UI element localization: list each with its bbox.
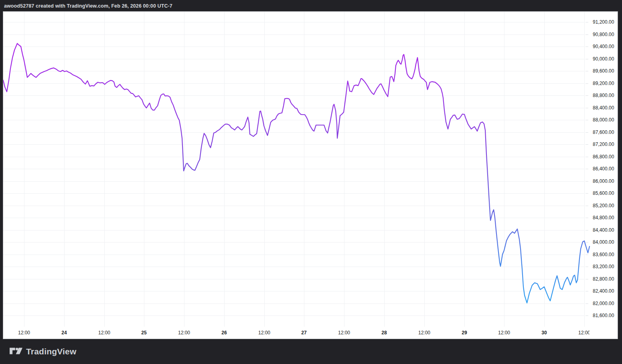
chart-panel: 91,200.0090,800.0090,400.0090,000.0089,6… <box>3 12 618 339</box>
time-axis-label: 28 <box>371 328 397 338</box>
time-axis-label: 12:00 <box>491 328 517 338</box>
time-axis-label: 12:00 <box>571 328 590 338</box>
tradingview-logo-icon <box>10 348 22 355</box>
price-axis-label: 82,400.00 <box>593 288 617 294</box>
price-axis-label: 83,600.00 <box>593 251 617 258</box>
price-axis-label: 85,200.00 <box>593 202 617 209</box>
top-attribution-bar: awood52787 created with TradingView.com,… <box>0 0 622 12</box>
price-axis-label: 87,200.00 <box>593 141 617 148</box>
price-axis-label: 86,000.00 <box>593 178 617 184</box>
price-axis[interactable]: 91,200.0090,800.0090,400.0090,000.0089,6… <box>590 12 618 339</box>
grid <box>3 12 585 327</box>
price-axis-label: 90,000.00 <box>593 56 617 62</box>
price-axis-label: 84,000.00 <box>593 239 617 245</box>
price-axis-label: 91,200.00 <box>593 19 617 25</box>
time-axis-label: 30 <box>531 328 557 338</box>
price-axis-label: 84,800.00 <box>593 214 617 221</box>
price-axis-label: 89,600.00 <box>593 68 617 74</box>
price-axis-label: 82,000.00 <box>593 300 617 307</box>
bottom-brand-bar: TradingView <box>0 339 622 364</box>
time-axis-label: 12:00 <box>331 328 357 338</box>
time-axis[interactable]: 12:002412:002512:002612:002712:002812:00… <box>3 327 590 339</box>
price-axis-label: 88,800.00 <box>593 92 617 99</box>
time-axis-label: 12:00 <box>411 328 437 338</box>
price-axis-label: 89,200.00 <box>593 80 617 87</box>
time-axis-label: 12:00 <box>251 328 277 338</box>
price-axis-label: 84,400.00 <box>593 227 617 233</box>
time-axis-label: 12:00 <box>91 328 117 338</box>
price-axis-label: 82,800.00 <box>593 276 617 282</box>
price-axis-label: 88,400.00 <box>593 105 617 111</box>
attribution-text: awood52787 created with TradingView.com,… <box>4 3 172 9</box>
price-axis-label: 86,400.00 <box>593 166 617 172</box>
tradingview-wordmark: TradingView <box>26 347 77 356</box>
tradingview-brand-link[interactable]: TradingView <box>10 347 77 356</box>
time-axis-label: 29 <box>452 328 477 338</box>
price-axis-label: 88,000.00 <box>593 117 617 123</box>
time-axis-label: 24 <box>51 328 77 338</box>
price-axis-label: 90,800.00 <box>593 31 617 38</box>
price-axis-label: 81,600.00 <box>593 312 617 319</box>
price-chart[interactable] <box>3 12 618 339</box>
price-axis-label: 86,800.00 <box>593 154 617 160</box>
price-axis-label: 90,400.00 <box>593 43 617 50</box>
time-axis-label: 25 <box>131 328 157 338</box>
price-axis-label: 83,200.00 <box>593 263 617 270</box>
price-line-series <box>3 43 590 303</box>
time-axis-label: 26 <box>211 328 237 338</box>
tradingview-snapshot: { "header": { "attribution": "awood52787… <box>0 0 622 364</box>
time-axis-label: 12:00 <box>11 328 37 338</box>
price-axis-label: 87,600.00 <box>593 129 617 135</box>
time-axis-label: 12:00 <box>171 328 197 338</box>
price-axis-ticks <box>586 22 588 316</box>
time-axis-label: 27 <box>291 328 317 338</box>
price-axis-label: 85,600.00 <box>593 190 617 196</box>
